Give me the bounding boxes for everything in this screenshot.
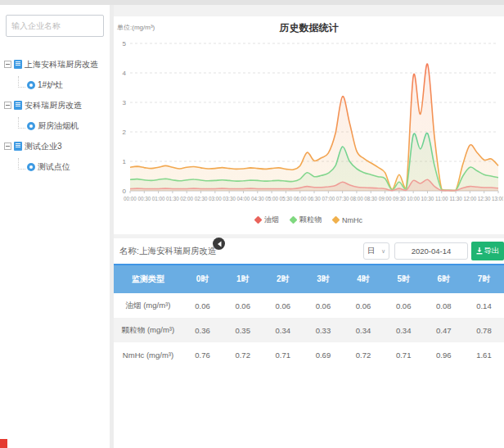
history-chart-panel: 单位:(mg/m³) 历史数据统计 01234500:0000:3001:000…	[114, 16, 504, 234]
x-axis-label: 06:30	[308, 196, 321, 201]
x-axis-label: 00:30	[137, 196, 151, 201]
y-axis-label: 0	[123, 188, 127, 195]
row-type-cell: 颗粒物 (mg/m³)	[114, 318, 182, 342]
x-axis-label: 12:00	[464, 196, 477, 201]
x-axis-label: 05:30	[280, 196, 293, 201]
legend-diamond-icon	[290, 216, 298, 224]
legend-item[interactable]: 颗粒物	[290, 215, 322, 225]
row-type-cell: NmHc (mg/m³)	[114, 342, 182, 367]
table-header-cell: 7时	[464, 265, 504, 293]
tree-collapse-icon[interactable]	[4, 143, 11, 150]
x-axis-label: 07:30	[336, 196, 349, 201]
value-cell: 0.47	[424, 318, 464, 342]
tree-node-company[interactable]: 测试企业3	[4, 136, 109, 156]
tree-node-company[interactable]: 安科瑞厨房改造	[4, 95, 109, 115]
data-table-panel: 名称:上海安科瑞厨房改造 日 ∨ 导出 监测类型0时1时2时3时4时5时6时7时…	[114, 238, 504, 448]
period-select[interactable]: 日 ∨	[363, 242, 389, 260]
hourly-data-table: 监测类型0时1时2时3时4时5时6时7时 油烟 (mg/m³)0.060.060…	[114, 264, 504, 367]
tree-connector	[18, 158, 25, 170]
value-cell: 0.36	[182, 318, 223, 342]
value-cell: 0.33	[303, 318, 343, 342]
tree-collapse-icon[interactable]	[4, 61, 11, 68]
legend-label: 颗粒物	[299, 215, 322, 225]
company-icon	[14, 60, 22, 69]
legend-item[interactable]: NmHc	[333, 216, 362, 224]
chart-title: 历史数据统计	[114, 21, 504, 35]
x-axis-label: 02:30	[195, 196, 208, 201]
value-cell: 0.06	[182, 293, 223, 318]
tree-connector	[18, 76, 25, 88]
row-type-cell: 油烟 (mg/m³)	[114, 293, 182, 318]
y-axis-label: 1	[123, 158, 127, 165]
series-area-NmHc	[130, 64, 498, 191]
chevron-down-icon: ∨	[381, 248, 385, 255]
tree-node-point[interactable]: 测试点位	[4, 156, 109, 177]
value-cell: 0.78	[464, 318, 504, 342]
x-axis-label: 04:30	[251, 196, 264, 201]
bottom-left-red-marker	[0, 439, 7, 448]
tree-node-label: 上海安科瑞厨房改造	[25, 59, 98, 70]
value-cell: 0.08	[424, 293, 464, 318]
table-row: NmHc (mg/m³)0.760.720.710.690.720.710.96…	[114, 342, 504, 367]
value-cell: 0.34	[263, 318, 303, 342]
site-name-label: 名称:上海安科瑞厨房改造	[119, 246, 216, 257]
history-chart-svg: 01234500:0000:3001:0001:3002:0002:3003:0…	[115, 34, 503, 213]
legend-diamond-icon	[332, 216, 340, 224]
legend-item[interactable]: 油烟	[255, 215, 279, 225]
x-axis-label: 08:00	[350, 196, 363, 201]
x-axis-label: 11:30	[449, 196, 462, 201]
x-axis-label: 06:00	[294, 196, 307, 201]
x-axis-label: 07:00	[322, 196, 335, 201]
x-axis-label: 13:00	[492, 196, 503, 201]
search-input[interactable]	[6, 15, 104, 37]
table-header-cell: 监测类型	[114, 265, 182, 293]
value-cell: 0.14	[464, 293, 504, 318]
chart-legend: 油烟颗粒物NmHc	[114, 215, 504, 225]
value-cell: 0.71	[263, 342, 303, 367]
y-axis-label: 2	[123, 129, 127, 136]
tree-node-label: 厨房油烟机	[38, 120, 79, 132]
export-button[interactable]: 导出	[471, 242, 504, 260]
monitor-point-icon	[27, 122, 35, 130]
value-cell: 0.76	[182, 342, 223, 367]
value-cell: 0.72	[223, 342, 263, 367]
x-axis-label: 02:00	[180, 196, 193, 201]
monitor-point-icon	[27, 163, 35, 171]
company-sidebar: 上海安科瑞厨房改造1#炉灶安科瑞厨房改造厨房油烟机测试企业3测试点位	[0, 5, 110, 448]
date-input[interactable]	[394, 242, 468, 260]
tree-node-point[interactable]: 1#炉灶	[4, 75, 109, 95]
table-header-cell: 4时	[344, 265, 384, 293]
tree-connector	[18, 117, 25, 129]
y-axis-label: 3	[123, 99, 127, 106]
company-icon	[14, 142, 22, 151]
table-header-cell: 5时	[384, 265, 424, 293]
main-content: 单位:(mg/m³) 历史数据统计 01234500:0000:3001:000…	[114, 5, 504, 448]
period-select-value: 日	[367, 246, 376, 256]
x-axis-label: 04:00	[237, 196, 250, 201]
company-tree: 上海安科瑞厨房改造1#炉灶安科瑞厨房改造厨房油烟机测试企业3测试点位	[4, 54, 109, 177]
x-axis-label: 08:30	[364, 196, 377, 201]
collapse-sidebar-button[interactable]	[213, 238, 225, 250]
tree-node-label: 1#炉灶	[38, 79, 63, 91]
y-axis-label: 5	[123, 40, 127, 48]
x-axis-label: 03:00	[209, 196, 222, 201]
tree-node-point[interactable]: 厨房油烟机	[4, 115, 109, 136]
x-axis-label: 03:30	[223, 196, 236, 201]
x-axis-label: 01:00	[152, 196, 165, 201]
x-axis-label: 10:30	[421, 196, 434, 201]
value-cell: 0.71	[384, 342, 424, 367]
table-header-cell: 1时	[223, 265, 263, 293]
x-axis-label: 05:00	[265, 196, 278, 201]
table-header-cell: 2时	[263, 265, 303, 293]
x-axis-label: 12:30	[478, 196, 491, 201]
tree-node-company[interactable]: 上海安科瑞厨房改造	[4, 54, 109, 75]
table-header-cell: 0时	[182, 265, 223, 293]
value-cell: 0.34	[344, 318, 384, 342]
value-cell: 0.69	[303, 342, 343, 367]
value-cell: 0.72	[344, 342, 384, 367]
value-cell: 0.34	[384, 318, 424, 342]
x-axis-label: 09:30	[393, 196, 406, 201]
tree-collapse-icon[interactable]	[4, 102, 11, 109]
table-header-cell: 6时	[424, 265, 464, 293]
x-axis-label: 09:00	[379, 196, 392, 201]
